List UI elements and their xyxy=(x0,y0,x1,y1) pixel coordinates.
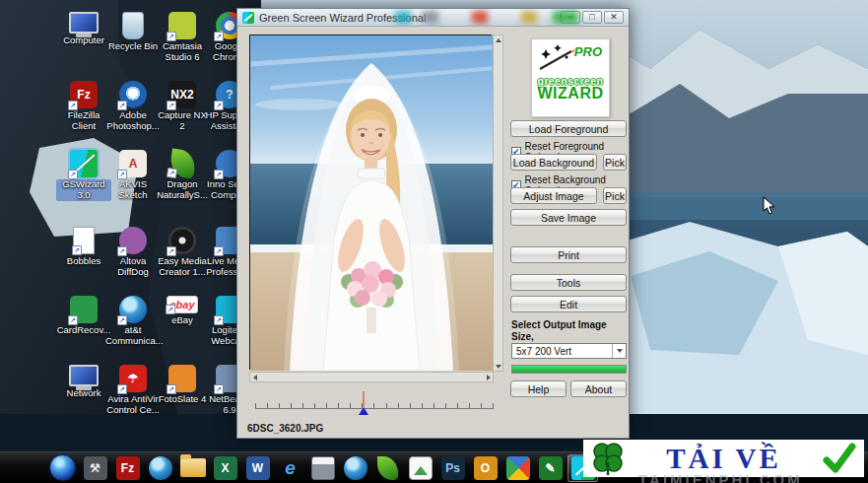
vertical-scrollbar[interactable] xyxy=(493,34,503,372)
altova-diffdog-icon xyxy=(119,227,147,254)
taskbar-windows-explorer[interactable] xyxy=(177,454,208,482)
desktop-icon-label: Avira AntiVirControl Ce... xyxy=(105,394,161,416)
shortcut-arrow-icon xyxy=(167,101,176,110)
taskbar-recorder-tools[interactable]: ⚒ xyxy=(80,454,110,482)
desktop-icon-avira-antivir[interactable]: ☂ Avira AntiVirControl Ce... xyxy=(105,365,161,416)
desktop-icon-computer[interactable]: Computer xyxy=(56,12,111,46)
shortcut-arrow-icon xyxy=(167,246,176,256)
zoom-slider-ticks xyxy=(255,403,494,408)
taskbar-corel-pencil-app[interactable]: ✎ xyxy=(535,454,566,482)
blue-swirl-app-icon xyxy=(344,456,367,480)
taskbar-globe-clock-app[interactable] xyxy=(145,454,175,482)
taskbar-word[interactable]: W xyxy=(242,454,273,482)
excel-icon: X xyxy=(214,456,237,480)
word-icon: W xyxy=(246,456,270,480)
pick-background-button[interactable]: Pick xyxy=(603,154,627,171)
shortcut-arrow-icon xyxy=(117,315,127,325)
network-icon xyxy=(69,365,99,386)
desktop-icon-akvis-sketch[interactable]: A AKVIS Sketch xyxy=(105,150,161,201)
globe-clock-app-icon xyxy=(149,456,172,480)
taskbar-excel[interactable]: X xyxy=(210,454,240,482)
shortcut-arrow-icon xyxy=(68,315,78,325)
taskbar-color-pinwheel-app[interactable] xyxy=(502,454,533,482)
desktop-icon-label: AltovaDiffDog xyxy=(105,256,161,278)
scroll-down-icon[interactable] xyxy=(494,362,502,371)
taskbar-filezilla[interactable]: Fz xyxy=(112,454,143,482)
desktop-icon-recycle-bin[interactable]: Recycle Bin xyxy=(105,12,161,52)
save-image-button[interactable]: Save Image xyxy=(510,209,627,226)
shortcut-arrow-icon xyxy=(214,246,224,256)
slider-track xyxy=(255,408,494,409)
help-button[interactable]: Help xyxy=(510,380,567,397)
chevron-down-icon[interactable] xyxy=(612,344,626,358)
slider-pointer-icon[interactable] xyxy=(359,407,368,415)
akvis-sketch-icon: A xyxy=(119,150,147,177)
shortcut-arrow-icon xyxy=(117,384,127,394)
output-size-value: 5x7 200 Vert xyxy=(512,346,612,357)
loaded-filename: 6DSC_3620.JPG xyxy=(247,423,323,434)
taskbar-internet-explorer[interactable]: e xyxy=(275,454,305,482)
taskbar-start-button[interactable] xyxy=(47,454,78,482)
recorder-tools-icon: ⚒ xyxy=(84,456,107,480)
desktop-icon-network[interactable]: Network xyxy=(56,365,111,399)
taskbar-photo-viewer[interactable] xyxy=(405,454,435,482)
desktop-icon-label: Bobbles xyxy=(56,256,111,267)
filezilla-client-icon: Fz xyxy=(70,81,98,108)
shortcut-arrow-icon xyxy=(167,384,176,394)
scroll-left-icon[interactable] xyxy=(250,373,259,381)
progress-bar-fill xyxy=(512,366,626,373)
tools-button[interactable]: Tools xyxy=(510,274,627,291)
shortcut-arrow-icon xyxy=(117,101,127,110)
greenscreen-wizard-logo: PRO greenscreen WIZARD xyxy=(531,38,610,117)
shortcut-arrow-icon xyxy=(167,32,176,41)
desktop-icon-label: CardRecov... xyxy=(56,325,111,336)
photoshop-icon: Ps xyxy=(441,456,465,480)
shortcut-arrow-icon xyxy=(214,170,224,179)
avira-antivir-icon: ☂ xyxy=(119,365,147,392)
scroll-right-icon[interactable] xyxy=(484,373,493,381)
print-button[interactable]: Print xyxy=(510,246,627,263)
edit-button[interactable]: Edit xyxy=(510,296,627,312)
desktop-icon-label: AdobePhotoshop... xyxy=(105,110,161,132)
desktop-icon-bobbles[interactable]: Bobbles xyxy=(56,227,111,267)
about-button[interactable]: About xyxy=(570,380,627,397)
taskbar-blue-swirl-app[interactable] xyxy=(340,454,370,482)
photo-viewer-icon xyxy=(409,456,433,480)
easy-media-creator-icon xyxy=(168,227,196,254)
clover-icon xyxy=(591,441,625,476)
capture-nx2-icon: NX2 xyxy=(168,81,196,108)
desktop-icon-att-communication[interactable]: at&tCommunica... xyxy=(105,296,161,347)
desktop-icon-gswizard[interactable]: GSWizard 3.0 xyxy=(56,150,111,201)
windows-explorer-icon xyxy=(180,458,206,477)
checkmark-icon xyxy=(823,443,856,474)
desktop-icon-cardrecovery[interactable]: CardRecov... xyxy=(56,296,111,336)
fotoslate-icon xyxy=(168,365,196,392)
composited-preview-image[interactable] xyxy=(249,34,492,370)
taskbar-photoshop[interactable]: Ps xyxy=(437,454,468,482)
taskbar-dragon-naturallyspeaking[interactable] xyxy=(372,454,403,482)
shortcut-arrow-icon xyxy=(166,305,175,314)
taskbar-outlook[interactable]: O xyxy=(470,454,501,482)
shortcut-arrow-icon xyxy=(68,101,78,110)
output-size-dropdown[interactable]: 5x7 200 Vert xyxy=(511,343,627,359)
zoom-slider[interactable] xyxy=(255,399,494,417)
load-foreground-button[interactable]: Load Foreground xyxy=(510,120,627,137)
desktop-icon-label: AKVIS Sketch xyxy=(105,179,161,201)
dragon-naturallyspeaking-icon xyxy=(168,148,197,178)
pick-adjust-button[interactable]: Pick xyxy=(603,187,627,204)
desktop-icon-label: Recycle Bin xyxy=(105,41,161,52)
taskbar-calculator[interactable] xyxy=(307,454,338,482)
desktop-icon-adobe-photoshop[interactable]: AdobePhotoshop... xyxy=(105,81,161,132)
shortcut-arrow-icon xyxy=(117,170,127,179)
adobe-photoshop-icon xyxy=(119,81,147,108)
horizontal-scrollbar[interactable] xyxy=(249,372,494,382)
desktop-icon-filezilla-client[interactable]: Fz FileZillaClient xyxy=(56,81,111,132)
desktop-icon-altova-diffdog[interactable]: AltovaDiffDog xyxy=(105,227,161,278)
shortcut-arrow-icon xyxy=(214,101,224,110)
load-background-button[interactable]: Load Background xyxy=(510,154,597,171)
desktop-icon-label: GSWizard 3.0 xyxy=(56,179,111,201)
scroll-up-icon[interactable] xyxy=(494,35,502,44)
magic-wand-icon xyxy=(534,41,577,75)
shortcut-arrow-icon xyxy=(214,32,224,41)
adjust-image-button[interactable]: Adjust Image xyxy=(510,187,597,204)
